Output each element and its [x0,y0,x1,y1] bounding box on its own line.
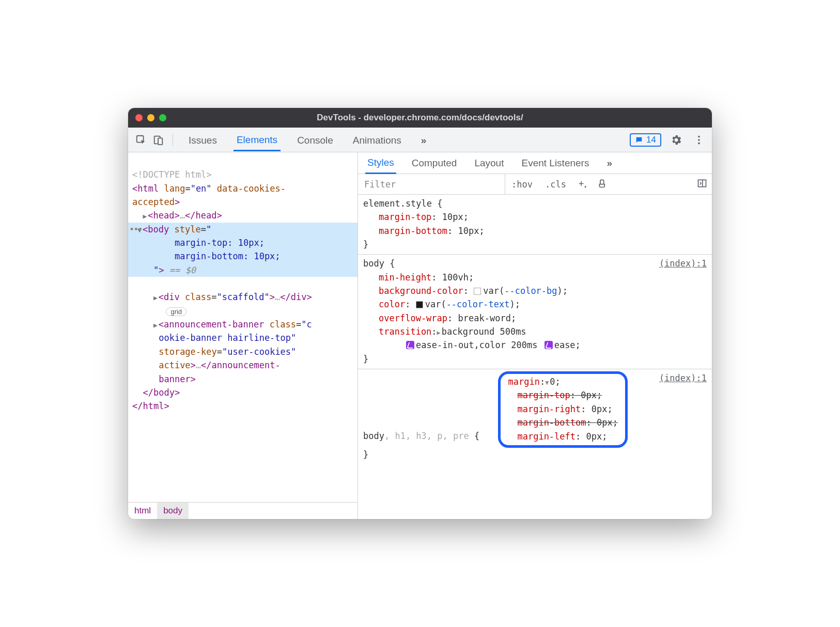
declaration[interactable]: overflow-wrap: break-word; [363,311,707,325]
window-controls [135,114,166,121]
device-toolbar-icon[interactable] [151,132,166,148]
svg-point-3 [698,135,700,137]
close-window-button[interactable] [135,114,143,121]
maximize-window-button[interactable] [159,114,166,121]
settings-icon[interactable] [668,132,684,148]
expand-caret-icon[interactable] [143,211,147,222]
selector: element.style { [363,198,443,209]
dom-breadcrumb: html body [128,502,357,519]
toggle-class-button[interactable]: .cls [539,179,572,190]
styles-filter-bar: :hov .cls +▾ [358,174,712,195]
shorthand-declaration[interactable]: margin:▼0; [508,375,618,388]
longhand-declaration[interactable]: margin-left: 0px; [508,430,618,443]
longhand-declaration[interactable]: margin-top: 0px; [508,388,618,402]
messages-count: 14 [646,135,656,145]
styles-rules: element.style { margin-top: 10px; margin… [358,195,712,519]
subtab-event-listeners[interactable]: Event Listeners [519,153,591,173]
inspect-element-icon[interactable] [133,132,149,148]
svg-point-5 [698,142,700,144]
declaration[interactable]: transition:▶background 500ms [363,325,707,338]
styles-pane: Styles Computed Layout Event Listeners »… [358,152,712,519]
selector: body, h1, h3, p, pre { [363,431,479,442]
bezier-swatch-icon[interactable] [545,341,553,349]
declaration[interactable]: background-color: var(--color-bg); [363,284,707,297]
paint-brush-icon[interactable] [593,178,613,191]
doctype: <!DOCTYPE html> [132,169,212,180]
expand-caret-icon[interactable] [153,320,158,331]
longhand-declaration[interactable]: margin-right: 0px; [508,402,618,416]
longhand-declaration[interactable]: margin-bottom: 0px; [508,416,618,429]
titlebar: DevTools - developer.chrome.com/docs/dev… [128,108,712,128]
source-link[interactable]: (index):1 [659,257,707,270]
breadcrumb-html[interactable]: html [128,503,157,519]
head-node[interactable]: <head> [148,210,179,221]
styles-subtabs: Styles Computed Layout Event Listeners » [358,152,712,174]
tab-console[interactable]: Console [294,130,336,150]
toggle-hover-button[interactable]: :hov [505,179,539,190]
source-link[interactable]: (index):1 [659,371,707,385]
declaration[interactable]: margin-bottom: 10px; [363,224,707,238]
color-swatch-icon[interactable] [416,301,423,308]
rule-element-style[interactable]: element.style { margin-top: 10px; margin… [358,195,712,255]
svg-point-4 [698,139,700,141]
selector: body { [363,258,395,269]
html-open[interactable]: <html lang="en" data-cookies- accepted> [132,183,286,207]
chat-icon [635,136,643,144]
declaration-cont: ease-in-out,color 200ms ease; [363,338,707,352]
declaration[interactable]: margin-top: 10px; [363,210,707,224]
toolbar-divider [173,134,173,146]
declaration[interactable]: color: var(--color-text); [363,297,707,311]
breadcrumb-body[interactable]: body [157,503,189,519]
dom-tree[interactable]: <!DOCTYPE html> <html lang="en" data-coo… [128,152,357,502]
new-style-rule-button[interactable]: +▾ [572,178,593,190]
more-subtabs-icon[interactable]: » [604,153,614,173]
minimize-window-button[interactable] [147,114,154,121]
devtools-window: DevTools - developer.chrome.com/docs/dev… [128,108,712,519]
html-close[interactable]: </html> [132,401,169,411]
elements-dom-pane: <!DOCTYPE html> <html lang="en" data-coo… [128,152,358,519]
panel-tabs: Issues Elements Console Animations » [185,129,429,151]
selected-body-node[interactable]: ••• <body style=" margin-top: 10px; marg… [128,223,357,277]
rule-body[interactable]: (index):1 body { min-height: 100vh; back… [358,255,712,369]
highlighted-declarations: margin:▼0; margin-top: 0px; margin-right… [498,371,628,448]
window-title: DevTools - developer.chrome.com/docs/dev… [135,113,705,123]
messages-badge[interactable]: 14 [630,133,661,147]
tab-elements[interactable]: Elements [234,129,281,151]
declaration[interactable]: min-height: 100vh; [363,271,707,284]
bezier-swatch-icon[interactable] [406,341,414,349]
subtab-styles[interactable]: Styles [365,153,396,174]
color-swatch-icon[interactable] [474,288,481,295]
main-toolbar: Issues Elements Console Animations » 14 [128,128,712,152]
subtab-layout[interactable]: Layout [472,153,506,173]
grid-badge[interactable]: grid [166,307,186,316]
subtab-computed[interactable]: Computed [410,153,459,173]
body-close[interactable]: </body> [143,387,180,398]
more-options-icon[interactable] [691,132,707,148]
svg-rect-2 [158,138,162,145]
toggle-sidebar-icon[interactable] [692,178,712,191]
expand-caret-icon[interactable] [153,293,158,303]
more-tabs-icon[interactable]: » [418,130,430,150]
tab-issues[interactable]: Issues [185,130,220,150]
tab-animations[interactable]: Animations [350,130,405,150]
rule-body-group[interactable]: (index):1 body, h1, h3, p, pre { margin:… [358,369,712,464]
styles-filter-input[interactable] [358,174,505,194]
